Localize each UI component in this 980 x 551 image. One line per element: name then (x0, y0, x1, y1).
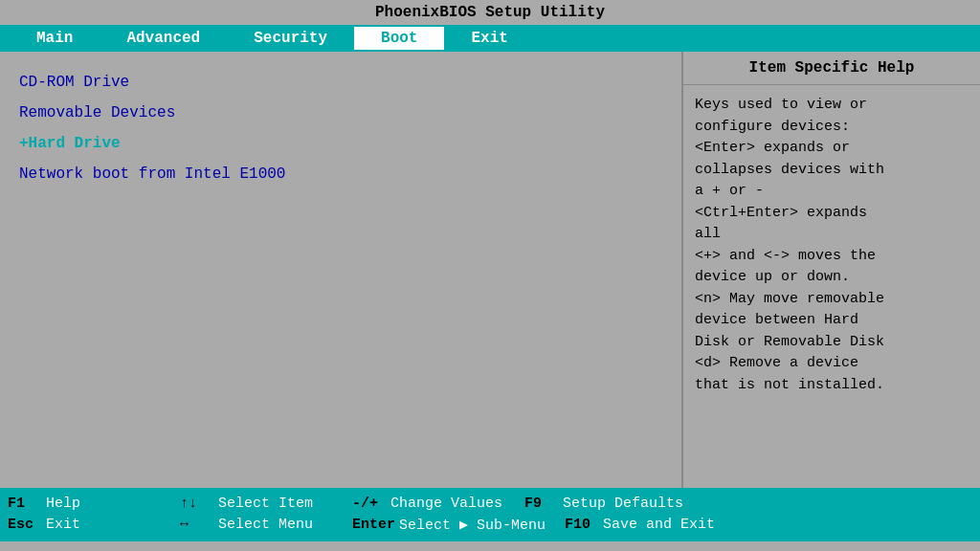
status-row-1: F1 Help ↑↓ Select Item -/+ Change Values… (8, 494, 972, 514)
status-row-2: Esc Exit ↔ Select Menu Enter Select ▶ Su… (8, 514, 972, 536)
key-enter: Enter (352, 517, 395, 533)
boot-device-cdrom[interactable]: CD-ROM Drive (19, 67, 662, 98)
key-arrows: ↑↓ (180, 496, 214, 512)
menu-bar: Main Advanced Security Boot Exit (0, 25, 980, 52)
menu-exit[interactable]: Exit (444, 27, 534, 50)
app-title: PhoenixBIOS Setup Utility (375, 4, 605, 21)
boot-device-harddrive-prefix: + (19, 135, 29, 152)
boot-device-network-label: Network boot from Intel E1000 (19, 165, 285, 183)
desc-exit: Exit (46, 517, 161, 533)
status-bar: F1 Help ↑↓ Select Item -/+ Change Values… (0, 488, 980, 541)
menu-boot[interactable]: Boot (354, 27, 444, 50)
desc-select-menu: Select Menu (218, 517, 333, 533)
desc-help: Help (46, 496, 161, 512)
help-title: Item Specific Help (683, 52, 980, 85)
desc-setup-defaults: Setup Defaults (563, 496, 683, 512)
key-plusminus: -/+ (352, 496, 387, 512)
menu-advanced[interactable]: Advanced (100, 27, 227, 50)
menu-main[interactable]: Main (10, 27, 100, 50)
menu-security[interactable]: Security (227, 27, 354, 50)
boot-device-harddrive[interactable]: +Hard Drive (19, 128, 662, 159)
boot-device-cdrom-label: CD-ROM Drive (19, 74, 129, 91)
desc-select-submenu: Select ▶ Sub-Menu (399, 516, 546, 534)
key-f9: F9 (524, 496, 559, 512)
left-panel: CD-ROM Drive Removable Devices +Hard Dri… (0, 52, 683, 488)
key-esc: Esc (8, 517, 42, 533)
boot-device-removable-label: Removable Devices (19, 104, 175, 121)
boot-device-network[interactable]: Network boot from Intel E1000 (19, 159, 662, 189)
boot-device-removable[interactable]: Removable Devices (19, 98, 662, 128)
desc-select-item: Select Item (218, 496, 333, 512)
desc-change-values: Change Values (390, 496, 505, 512)
desc-save-exit: Save and Exit (603, 517, 718, 533)
key-leftright: ↔ (180, 517, 214, 533)
key-f1: F1 (8, 496, 42, 512)
boot-device-harddrive-label: Hard Drive (29, 135, 121, 152)
main-content: CD-ROM Drive Removable Devices +Hard Dri… (0, 52, 980, 488)
key-f10: F10 (565, 517, 599, 533)
right-panel: Item Specific Help Keys used to view or … (683, 52, 980, 488)
help-content: Keys used to view or configure devices: … (683, 85, 980, 406)
title-bar: PhoenixBIOS Setup Utility (0, 0, 980, 25)
